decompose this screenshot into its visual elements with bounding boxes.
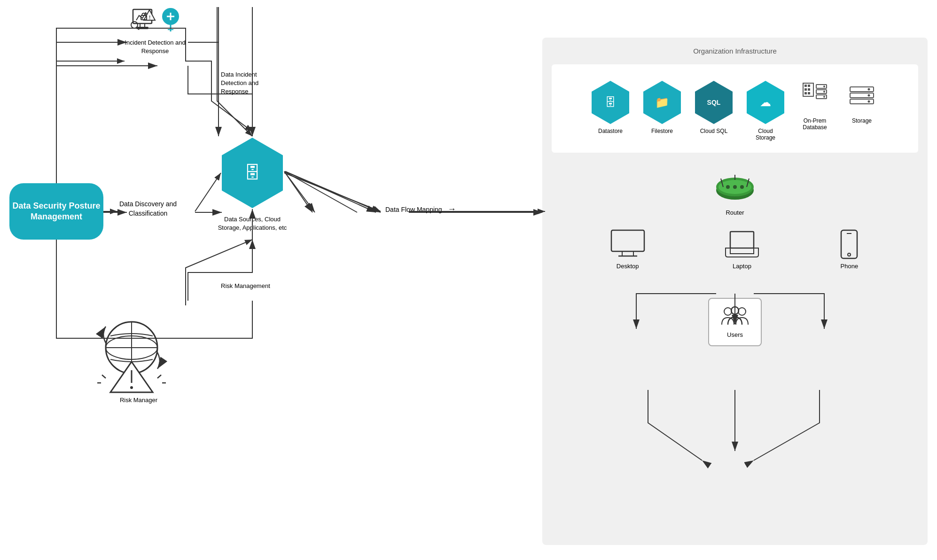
monitor-warning-icon: !	[131, 7, 159, 35]
users-label: Users	[721, 331, 749, 338]
svg-point-62	[740, 185, 744, 189]
incident-label: Incident Detection and Response	[120, 39, 190, 55]
risk-manager-node: Risk Manager	[87, 305, 190, 404]
phone-item: Phone	[837, 228, 861, 270]
org-infra-panel: Organization Infrastructure 🗄 Datastore …	[542, 38, 928, 545]
datasources-label: Data Sources, Cloud Storage, Application…	[212, 215, 292, 232]
laptop-item: Laptop	[723, 228, 761, 270]
svg-point-53	[868, 100, 870, 102]
svg-line-9	[285, 171, 381, 212]
svg-line-31	[102, 375, 106, 378]
incident-icons: !	[120, 7, 190, 35]
storage-icon	[845, 81, 878, 114]
infra-icons-row: 🗄 Datastore 📁 Filestore SQL Cloud	[561, 81, 909, 141]
svg-point-60	[726, 185, 730, 189]
label-discovery: Data Discovery and Classification	[113, 200, 183, 218]
location-pin-icon	[161, 7, 180, 35]
svg-line-5	[284, 171, 357, 212]
svg-rect-71	[730, 232, 754, 248]
data-flow-label: Data Flow Mapping →	[385, 204, 456, 214]
svg-rect-40	[804, 92, 807, 94]
risk-manager-icon	[92, 305, 186, 399]
laptop-label: Laptop	[723, 263, 761, 270]
filestore-item: 📁 Filestore	[643, 81, 681, 141]
users-icon	[721, 306, 749, 327]
router-icon	[714, 174, 756, 207]
hexagon-datasources: 🗄 Data Sources, Cloud Storage, Applicati…	[222, 138, 292, 232]
desktop-label: Desktop	[609, 263, 647, 270]
svg-point-52	[868, 94, 870, 96]
svg-rect-72	[841, 230, 857, 258]
phone-label: Phone	[837, 263, 861, 270]
svg-rect-68	[611, 230, 644, 251]
devices-row: Desktop Laptop	[552, 228, 918, 270]
onprem-item: On-PremDatabase	[798, 81, 831, 141]
svg-line-33	[157, 375, 161, 378]
dspm-node: Data Security Posture Management	[9, 183, 103, 240]
users-container: Users	[552, 298, 918, 346]
svg-point-61	[733, 185, 737, 189]
users-box: Users	[708, 298, 762, 346]
cloudsql-label: Cloud SQL	[700, 128, 728, 134]
svg-line-81	[284, 173, 381, 211]
svg-text:!: !	[149, 15, 150, 20]
storage-item: Storage	[845, 81, 878, 141]
cloudstorage-label: CloudStorage	[756, 128, 775, 141]
svg-line-80	[195, 173, 221, 211]
storage-label: Storage	[852, 117, 872, 124]
filestore-hex-icon: 📁	[643, 81, 681, 124]
laptop-icon	[723, 228, 761, 261]
filestore-label: Filestore	[651, 128, 673, 134]
svg-point-51	[868, 88, 870, 90]
datastore-label: Datastore	[598, 128, 623, 134]
svg-point-30	[130, 386, 133, 389]
cloudsql-item: SQL Cloud SQL	[695, 81, 733, 141]
router-label: Router	[726, 209, 744, 216]
desktop-item: Desktop	[609, 228, 647, 270]
cloudsql-hex-icon: SQL	[695, 81, 733, 124]
phone-icon	[837, 228, 861, 261]
onprem-label: On-PremDatabase	[803, 117, 827, 131]
svg-rect-39	[808, 88, 810, 91]
database-icon: 🗄	[244, 163, 261, 183]
datastore-hex-icon: 🗄	[592, 81, 629, 124]
datastore-item: 🗄 Datastore	[592, 81, 629, 141]
svg-line-7	[285, 171, 376, 212]
cloudstorage-item: ☁ CloudStorage	[747, 81, 784, 141]
svg-rect-38	[804, 88, 807, 91]
svg-point-77	[738, 308, 746, 315]
svg-point-16	[131, 22, 138, 28]
onprem-icon	[798, 81, 831, 114]
diagram-container: Data Security Posture Management Data Di…	[0, 0, 937, 560]
incident-detection-node: !	[120, 7, 190, 55]
org-infra-title: Organization Infrastructure	[552, 47, 918, 55]
svg-rect-36	[804, 85, 807, 87]
risk-management-label: Risk Management	[221, 282, 270, 290]
data-incident-label: Data Incident Detection and Response	[221, 70, 282, 96]
svg-rect-37	[808, 85, 810, 87]
svg-rect-41	[808, 92, 810, 94]
cloudstorage-hex-icon: ☁	[747, 81, 784, 124]
svg-rect-69	[622, 251, 633, 256]
svg-point-45	[823, 86, 825, 87]
desktop-icon	[609, 228, 647, 261]
svg-point-75	[724, 308, 732, 315]
router-container: Router	[552, 167, 918, 223]
infra-icons-container: 🗄 Datastore 📁 Filestore SQL Cloud	[552, 64, 918, 153]
svg-point-74	[848, 253, 851, 256]
svg-point-76	[731, 307, 739, 314]
svg-point-47	[823, 96, 825, 98]
svg-point-46	[823, 91, 825, 93]
